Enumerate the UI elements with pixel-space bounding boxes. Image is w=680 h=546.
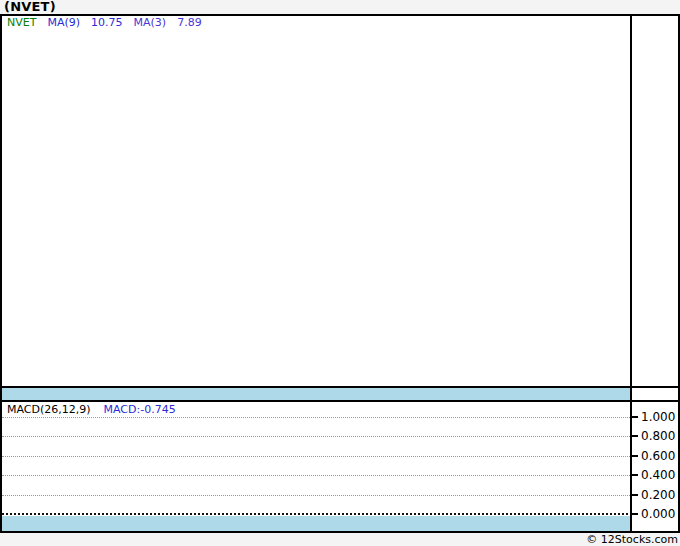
stock-chart-page: { "page": { "title": "(NVET)", "copyrigh… bbox=[0, 0, 680, 546]
macd-legend: MACD(26,12,9) MACD:-0.745 bbox=[7, 404, 176, 416]
tick-mark bbox=[632, 494, 638, 496]
copyright-source-label: © 12Stocks.com bbox=[586, 534, 678, 546]
ytick-label: 0.400 bbox=[641, 468, 675, 482]
macd-ytick: 0.400 bbox=[632, 467, 675, 483]
ticker-title: (NVET) bbox=[4, 0, 56, 14]
macd-gridline-1.000 bbox=[2, 417, 630, 418]
legend-ma9-value: 10.75 bbox=[91, 17, 123, 29]
macd-gridline-0.600 bbox=[2, 456, 630, 457]
tick-mark bbox=[632, 455, 638, 457]
tick-mark bbox=[632, 513, 638, 515]
ytick-label: 0.600 bbox=[641, 449, 675, 463]
tick-mark bbox=[632, 416, 638, 418]
panel-separator-bottom-line bbox=[2, 400, 678, 402]
price-legend: NVET MA(9) 10.75 MA(3) 7.89 bbox=[7, 17, 202, 29]
legend-symbol: NVET bbox=[7, 17, 36, 29]
macd-gridline-0.800 bbox=[2, 436, 630, 437]
tick-mark bbox=[632, 435, 638, 437]
ytick-label: 0.800 bbox=[641, 429, 675, 443]
macd-ytick: 0.000 bbox=[632, 506, 675, 522]
macd-ytick: 0.800 bbox=[632, 428, 675, 444]
ytick-label: 0.000 bbox=[641, 507, 675, 521]
macd-ytick: 1.000 bbox=[632, 409, 675, 425]
macd-zero-line bbox=[2, 513, 630, 515]
macd-legend-value: MACD:-0.745 bbox=[104, 404, 176, 416]
chart-frame: NVET MA(9) 10.75 MA(3) 7.89 MACD(26,12,9… bbox=[0, 14, 680, 533]
tick-mark bbox=[632, 474, 638, 476]
legend-ma3-value: 7.89 bbox=[177, 17, 202, 29]
macd-gridline-0.400 bbox=[2, 475, 630, 476]
separator-band-lower bbox=[2, 516, 630, 531]
ytick-label: 0.200 bbox=[641, 488, 675, 502]
macd-gridline-0.200 bbox=[2, 495, 630, 496]
macd-ytick: 0.600 bbox=[632, 448, 675, 464]
separator-band-upper bbox=[2, 388, 630, 400]
ytick-label: 1.000 bbox=[641, 410, 675, 424]
legend-ma3-label: MA(3) bbox=[134, 17, 167, 29]
macd-legend-label: MACD(26,12,9) bbox=[7, 404, 91, 416]
macd-ytick: 0.200 bbox=[632, 487, 675, 503]
legend-ma9-label: MA(9) bbox=[47, 17, 80, 29]
